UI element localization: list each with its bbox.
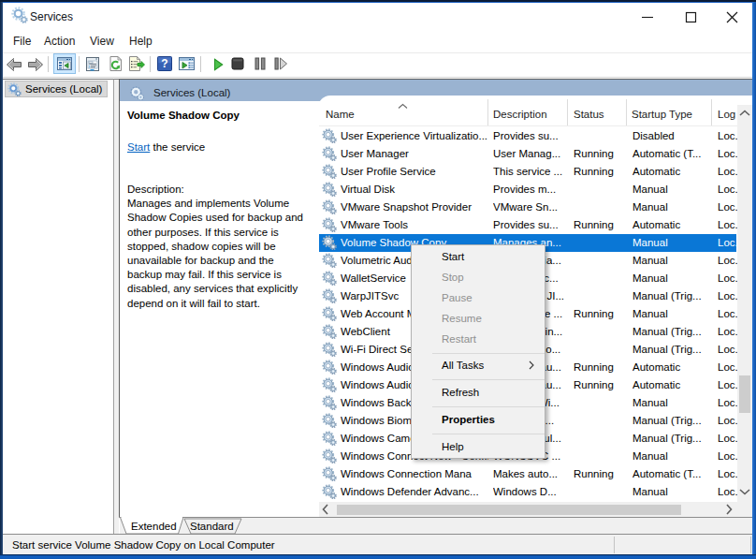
- svg-text:?: ?: [161, 57, 167, 70]
